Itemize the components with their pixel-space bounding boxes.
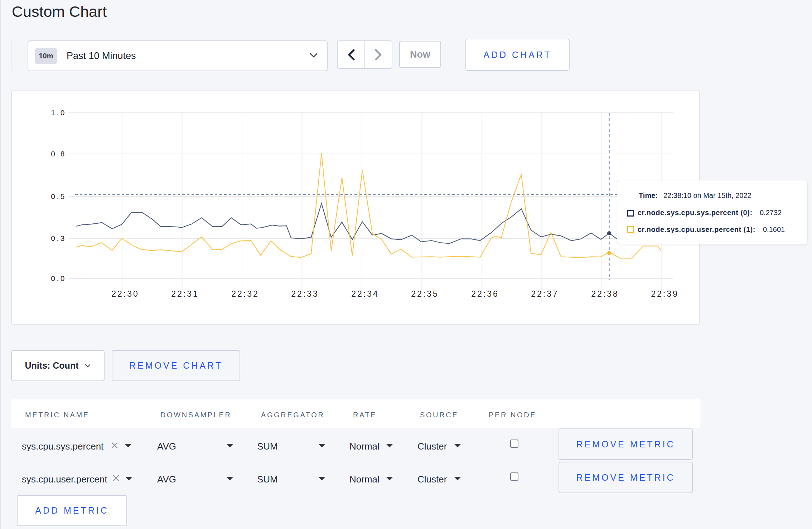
svg-text:22:35: 22:35 [411,289,439,299]
svg-text:22:38: 22:38 [591,289,619,299]
svg-text:22:37: 22:37 [531,289,559,299]
svg-text:22:33: 22:33 [291,289,319,299]
svg-text:22:32: 22:32 [231,289,259,299]
svg-text:0.3: 0.3 [51,234,66,242]
svg-text:0.0: 0.0 [51,274,66,282]
svg-text:22:30: 22:30 [111,289,139,299]
svg-text:1.0: 1.0 [51,108,66,117]
svg-text:22:36: 22:36 [471,289,499,299]
svg-text:22:34: 22:34 [351,289,379,299]
svg-text:0.5: 0.5 [51,192,66,200]
svg-text:0.8: 0.8 [51,150,66,158]
svg-text:22:39: 22:39 [651,289,679,299]
svg-text:22:31: 22:31 [171,289,199,299]
